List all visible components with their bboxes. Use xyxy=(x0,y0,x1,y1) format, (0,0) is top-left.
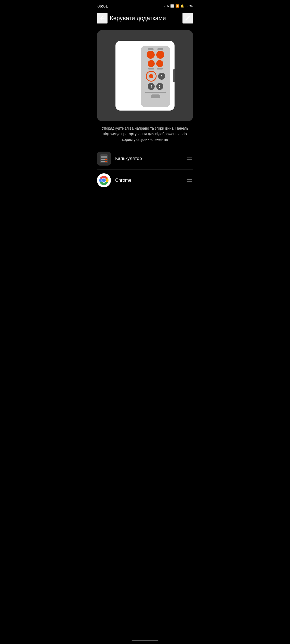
page-title: Керувати додатками xyxy=(110,15,182,22)
status-time: 06:01 xyxy=(97,4,108,8)
chrome-icon xyxy=(97,173,111,187)
remote-body xyxy=(141,46,170,107)
remote-bottom-btn xyxy=(151,94,160,98)
flashlight-icon xyxy=(156,83,163,90)
svg-rect-1 xyxy=(101,156,107,158)
list-item[interactable]: Chrome xyxy=(97,170,193,191)
remote-illustration xyxy=(141,46,170,107)
app-name-calculator: Калькулятор xyxy=(115,156,187,161)
signal-icon: 📶 xyxy=(175,4,179,8)
edit-button[interactable] xyxy=(182,13,193,24)
app-list: Калькулятор Chrome xyxy=(93,148,197,191)
remote-row-2 xyxy=(148,60,163,69)
svg-rect-6 xyxy=(103,161,105,162)
battery-text: 56% xyxy=(186,4,193,8)
alarm-icon: 🔔 xyxy=(180,4,184,8)
bluetooth-icon xyxy=(148,83,155,90)
back-button[interactable] xyxy=(97,13,108,24)
description-text: Упорядкуйте зліва направо та згори вниз.… xyxy=(93,121,197,148)
svg-rect-4 xyxy=(105,159,107,160)
chrome-svg xyxy=(97,173,111,187)
svg-rect-7 xyxy=(105,161,107,162)
svg-rect-2 xyxy=(101,159,103,160)
side-handle xyxy=(173,69,175,82)
preview-card xyxy=(97,30,193,121)
calculator-svg xyxy=(99,154,109,163)
status-bar: 06:01 765 ⬜ 📶 🔔 56% xyxy=(93,0,197,11)
app-name-chrome: Chrome xyxy=(115,178,187,183)
top-nav: Керувати додатками xyxy=(93,11,197,27)
svg-point-10 xyxy=(102,178,106,182)
remote-bar-bottom xyxy=(145,92,165,93)
status-icons: 765 ⬜ 📶 🔔 56% xyxy=(164,4,193,8)
remote-row-bt xyxy=(148,83,163,90)
calculator-icon xyxy=(97,152,111,166)
sort-icon xyxy=(158,73,165,80)
svg-rect-3 xyxy=(103,159,105,160)
svg-rect-5 xyxy=(101,161,103,162)
drag-handle-chrome[interactable] xyxy=(187,177,193,184)
preview-inner xyxy=(115,41,175,111)
list-item[interactable]: Калькулятор xyxy=(97,148,193,170)
sim-icon: 765 xyxy=(164,4,169,8)
screen-icon: ⬜ xyxy=(170,4,174,8)
drag-handle-calculator[interactable] xyxy=(187,155,193,162)
remote-row-nav xyxy=(146,71,165,82)
remote-row-1 xyxy=(147,48,164,59)
